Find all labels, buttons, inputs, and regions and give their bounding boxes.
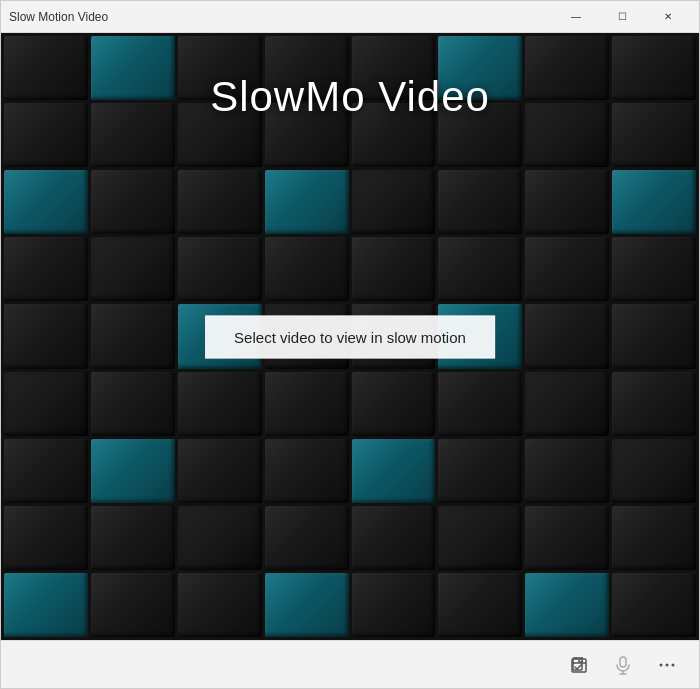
- cube-cell: [4, 36, 88, 100]
- cube-cell: [91, 103, 175, 167]
- cube-cell: [612, 506, 696, 570]
- cube-cell: [265, 573, 349, 637]
- cube-cell: [352, 237, 436, 301]
- cube-cell: [178, 237, 262, 301]
- cube-cell: [4, 506, 88, 570]
- cube-cell: [612, 237, 696, 301]
- cube-cell: [178, 439, 262, 503]
- cube-cell: [4, 237, 88, 301]
- cube-cell: [178, 170, 262, 234]
- title-bar-left: Slow Motion Video: [9, 10, 108, 24]
- maximize-button[interactable]: ☐: [599, 1, 645, 33]
- cube-cell: [525, 103, 609, 167]
- cube-cell: [265, 237, 349, 301]
- cube-cell: [438, 372, 522, 436]
- cube-cell: [352, 573, 436, 637]
- cube-cell: [352, 506, 436, 570]
- cube-cell: [612, 304, 696, 368]
- cube-cell: [265, 170, 349, 234]
- cube-cell: [4, 573, 88, 637]
- cube-cell: [91, 36, 175, 100]
- cube-cell: [438, 103, 522, 167]
- cube-cell: [178, 506, 262, 570]
- svg-point-6: [666, 663, 669, 666]
- more-options-button[interactable]: [647, 645, 687, 685]
- cube-cell: [265, 372, 349, 436]
- cube-cell: [612, 439, 696, 503]
- cube-cell: [438, 573, 522, 637]
- microphone-button[interactable]: [603, 645, 643, 685]
- cube-cell: [352, 372, 436, 436]
- cube-cell: [178, 573, 262, 637]
- cube-cell: [438, 170, 522, 234]
- cube-cell: [91, 506, 175, 570]
- cube-cell: [525, 439, 609, 503]
- window-title: Slow Motion Video: [9, 10, 108, 24]
- cube-cell: [4, 439, 88, 503]
- select-video-prompt[interactable]: Select video to view in slow motion: [205, 315, 495, 358]
- cube-cell: [438, 439, 522, 503]
- cube-cell: [91, 304, 175, 368]
- cube-cell: [438, 36, 522, 100]
- title-bar: Slow Motion Video — ☐ ✕: [1, 1, 699, 33]
- cube-cell: [265, 36, 349, 100]
- cube-cell: [352, 439, 436, 503]
- cube-cell: [352, 170, 436, 234]
- cube-cell: [525, 237, 609, 301]
- cube-cell: [4, 170, 88, 234]
- close-button[interactable]: ✕: [645, 1, 691, 33]
- cube-cell: [265, 103, 349, 167]
- svg-point-5: [660, 663, 663, 666]
- cube-cell: [178, 103, 262, 167]
- cube-cell: [178, 372, 262, 436]
- cube-cell: [525, 506, 609, 570]
- cube-cell: [612, 372, 696, 436]
- cube-cell: [612, 36, 696, 100]
- cube-cell: [265, 506, 349, 570]
- cube-cell: [91, 237, 175, 301]
- cube-cell: [525, 36, 609, 100]
- cube-cell: [612, 170, 696, 234]
- main-content: SlowMo Video Select video to view in slo…: [1, 33, 699, 640]
- cube-cell: [91, 573, 175, 637]
- cube-cell: [525, 304, 609, 368]
- cube-cell: [352, 36, 436, 100]
- cube-cell: [525, 170, 609, 234]
- cube-cell: [525, 372, 609, 436]
- cube-cell: [178, 36, 262, 100]
- cube-cell: [91, 372, 175, 436]
- svg-point-7: [672, 663, 675, 666]
- open-file-button[interactable]: [559, 645, 599, 685]
- open-file-icon: [569, 655, 589, 675]
- cube-cell: [91, 170, 175, 234]
- cube-cell: [438, 506, 522, 570]
- cube-cell: [612, 573, 696, 637]
- cube-cell: [265, 439, 349, 503]
- cube-cell: [91, 439, 175, 503]
- title-bar-controls: — ☐ ✕: [553, 1, 691, 33]
- cube-cell: [4, 304, 88, 368]
- svg-rect-2: [620, 657, 626, 667]
- cube-cell: [525, 573, 609, 637]
- cube-cell: [438, 237, 522, 301]
- app-window: Slow Motion Video — ☐ ✕ SlowMo Video Sel…: [0, 0, 700, 689]
- cube-cell: [612, 103, 696, 167]
- cube-cell: [352, 103, 436, 167]
- more-options-icon: [657, 655, 677, 675]
- bottom-toolbar: [1, 640, 699, 688]
- microphone-icon: [613, 655, 633, 675]
- minimize-button[interactable]: —: [553, 1, 599, 33]
- cube-cell: [4, 372, 88, 436]
- cube-cell: [4, 103, 88, 167]
